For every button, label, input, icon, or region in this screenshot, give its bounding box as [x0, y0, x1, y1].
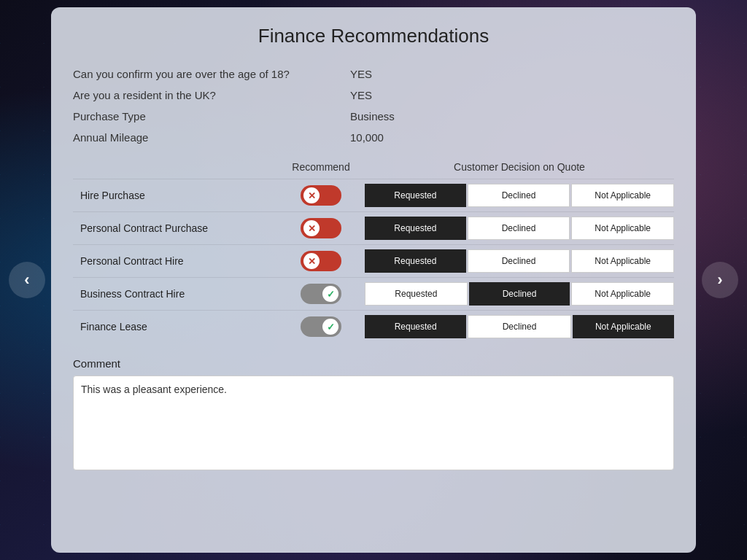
- info-label: Are you a resident in the UK?: [73, 89, 350, 101]
- toggle-cell[interactable]: ✕: [277, 185, 365, 206]
- toggle-0[interactable]: ✕: [301, 185, 341, 206]
- requested-button[interactable]: Requested: [365, 282, 468, 306]
- toggle-cell[interactable]: ✕: [277, 251, 365, 271]
- page-title: Finance Recommendations: [73, 25, 674, 47]
- decision-cell: Requested Declined Not Applicable: [365, 282, 674, 306]
- recommendations-header: Recommend Customer Decision on Quote: [73, 161, 674, 173]
- info-label: Annual Mileage: [73, 131, 350, 144]
- not-applicable-button[interactable]: Not Applicable: [571, 282, 674, 306]
- info-label: Purchase Type: [73, 110, 350, 122]
- rec-row-label: Personal Contract Hire: [73, 255, 277, 267]
- info-row: Purchase Type Business: [73, 106, 674, 127]
- table-row: Hire Purchase ✕ Requested Declined Not A…: [73, 179, 674, 211]
- main-card: Finance Recommendations Can you confirm …: [51, 7, 696, 553]
- toggle-4[interactable]: ✓: [301, 316, 341, 337]
- nav-right-button[interactable]: ›: [702, 262, 738, 298]
- requested-button[interactable]: Requested: [365, 315, 466, 338]
- toggle-icon: ✕: [303, 220, 320, 236]
- decision-cell: Requested Declined Not Applicable: [365, 184, 674, 207]
- table-row: Business Contract Hire ✓ Requested Decli…: [73, 277, 674, 310]
- declined-button[interactable]: Declined: [468, 315, 570, 338]
- declined-button[interactable]: Declined: [469, 282, 570, 306]
- comment-section: Comment: [73, 357, 674, 473]
- info-value: Business: [350, 110, 395, 122]
- not-applicable-button[interactable]: Not Applicable: [571, 217, 674, 240]
- toggle-1[interactable]: ✕: [301, 218, 341, 238]
- info-value: 10,000: [350, 131, 384, 144]
- toggle-cell[interactable]: ✕: [277, 218, 365, 238]
- toggle-cell[interactable]: ✓: [277, 284, 365, 304]
- toggle-icon: ✓: [322, 319, 338, 335]
- requested-button[interactable]: Requested: [365, 249, 466, 273]
- decision-cell: Requested Declined Not Applicable: [365, 249, 674, 273]
- info-label: Can you confirm you are over the age of …: [73, 68, 350, 80]
- not-applicable-button[interactable]: Not Applicable: [571, 184, 674, 207]
- requested-button[interactable]: Requested: [365, 217, 466, 240]
- info-row: Annual Mileage 10,000: [73, 127, 674, 148]
- nav-left-button[interactable]: ‹: [9, 262, 45, 298]
- toggle-2[interactable]: ✕: [301, 251, 341, 271]
- info-row: Are you a resident in the UK? YES: [73, 85, 674, 106]
- comment-input[interactable]: [73, 376, 674, 470]
- table-row: Personal Contract Hire ✕ Requested Decli…: [73, 244, 674, 277]
- info-table: Can you confirm you are over the age of …: [73, 63, 674, 148]
- comment-label: Comment: [73, 357, 674, 370]
- toggle-3[interactable]: ✓: [301, 284, 341, 304]
- toggle-cell[interactable]: ✓: [277, 316, 365, 337]
- decision-cell: Requested Declined Not Applicable: [365, 217, 674, 240]
- toggle-icon: ✕: [303, 253, 320, 269]
- info-row: Can you confirm you are over the age of …: [73, 63, 674, 85]
- decision-cell: Requested Declined Not Applicable: [365, 315, 674, 338]
- rec-row-label: Business Contract Hire: [73, 288, 277, 300]
- requested-button[interactable]: Requested: [365, 184, 466, 207]
- rec-row-label: Hire Purchase: [73, 190, 277, 201]
- declined-button[interactable]: Declined: [468, 217, 570, 240]
- declined-button[interactable]: Declined: [468, 184, 570, 207]
- toggle-icon: ✓: [322, 286, 338, 302]
- info-value: YES: [350, 89, 372, 101]
- recommendations-rows: Hire Purchase ✕ Requested Declined Not A…: [73, 179, 674, 343]
- toggle-icon: ✕: [303, 187, 320, 203]
- not-applicable-button[interactable]: Not Applicable: [571, 249, 674, 273]
- not-applicable-button[interactable]: Not Applicable: [573, 315, 674, 338]
- info-value: YES: [350, 68, 372, 80]
- rec-row-label: Personal Contract Purchase: [73, 222, 277, 234]
- table-row: Personal Contract Purchase ✕ Requested D…: [73, 211, 674, 244]
- rec-header-recommend: Recommend: [277, 161, 365, 173]
- declined-button[interactable]: Declined: [468, 249, 570, 273]
- rec-row-label: Finance Lease: [73, 321, 277, 332]
- rec-header-decision: Customer Decision on Quote: [365, 161, 674, 173]
- table-row: Finance Lease ✓ Requested Declined Not A…: [73, 310, 674, 343]
